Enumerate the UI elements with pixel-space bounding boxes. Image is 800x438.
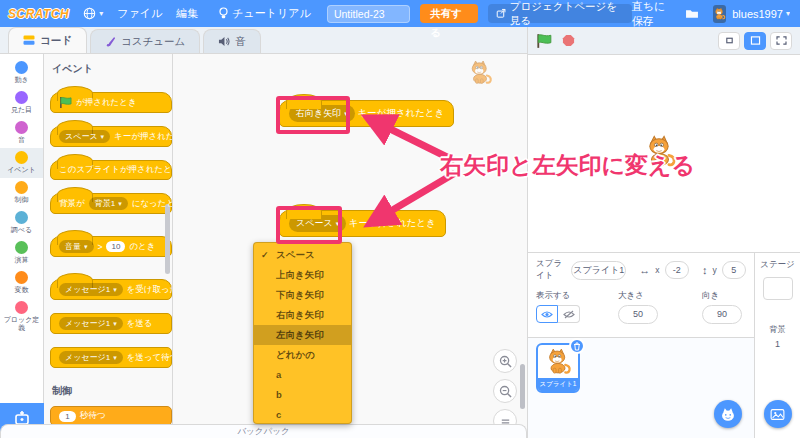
category-operators[interactable]: 演算 [0,238,43,268]
message-dropdown[interactable]: メッセージ1▾ [59,317,123,330]
category-sidebar: 動き 見た目 音 イベント [0,54,44,438]
show-sprite-button[interactable] [536,305,558,323]
sprite-name-input[interactable]: スプライト1 [571,261,626,280]
see-project-page-button[interactable]: プロジェクトページを見る [488,4,632,23]
hide-sprite-button[interactable] [558,305,580,323]
menu-item-any[interactable]: どれかの [254,345,351,365]
add-sprite-button[interactable] [714,400,742,428]
add-backdrop-button[interactable] [764,400,792,428]
menu-item-space[interactable]: ✓スペース [254,245,351,265]
backdrop-thumbnail[interactable] [763,277,793,300]
palette-block-broadcast-wait[interactable]: メッセージ1▾ を送って待つ [50,347,172,368]
palette-block-receive-message[interactable]: メッセージ1▾ を受け取ったとき [50,279,172,300]
loudness-value-input[interactable]: 10 [106,241,125,252]
username: blues1997 [732,8,783,20]
sprite-and-stage-panels: スプライト スプライト1 ↔ x -2 ↕ y 5 表示する [528,253,800,438]
sprite-list: スプライト1 [528,338,754,438]
account-menu[interactable]: blues1997 ▾ [732,8,790,20]
category-sound[interactable]: 音 [0,118,43,148]
edit-menu[interactable]: 編集 [176,6,198,21]
tutorials-menu[interactable]: チュートリアル [218,6,311,21]
message-dropdown[interactable]: メッセージ1▾ [59,351,123,364]
category-motion[interactable]: 動き [0,58,43,88]
caret-down-icon: ▾ [113,354,117,362]
tab-bar: コード コスチューム 音 [0,27,527,54]
lightbulb-icon [218,7,229,20]
x-position-input[interactable]: -2 [665,261,689,279]
backdrop-dropdown[interactable]: 背景1▾ [89,197,128,210]
palette-block-broadcast[interactable]: メッセージ1▾ を送る [50,313,172,334]
large-stage-button[interactable] [744,32,766,50]
sprite-thumbnail-sprite1[interactable]: スプライト1 [536,343,580,393]
script-block-when-right-arrow-pressed[interactable]: 右向き矢印▾ キーが押されたとき [279,100,454,127]
menu-item-a[interactable]: a [254,365,351,385]
tab-code[interactable]: コード [8,27,87,53]
category-sensing[interactable]: 調べる [0,208,43,238]
category-myblocks[interactable]: ブロック定義 [0,298,43,336]
category-events[interactable]: イベント [0,148,43,178]
palette-block-loudness[interactable]: 音量▾ > 10 のとき [50,236,172,257]
globe-icon [83,7,96,20]
direction-input[interactable]: 90 [702,305,742,324]
script-scrollbar[interactable] [520,364,525,409]
external-link-icon [496,8,506,19]
backpack-bar[interactable]: バックパック [0,424,527,438]
folder-icon[interactable] [685,8,699,19]
eye-icon [541,310,553,319]
size-input[interactable]: 50 [618,305,658,324]
zoom-out-button[interactable] [493,379,517,403]
zoom-out-icon [499,385,512,398]
menu-item-up-arrow[interactable]: 上向き矢印 [254,265,351,285]
category-looks[interactable]: 見た目 [0,88,43,118]
save-now-link[interactable]: 直ちに保存 [632,0,672,29]
menu-item-b[interactable]: b [254,385,351,405]
fullscreen-icon [776,36,787,45]
zoom-in-button[interactable] [493,349,517,373]
green-flag-button[interactable] [536,33,552,49]
category-variables[interactable]: 変数 [0,268,43,298]
see-project-page-label: プロジェクトページを見る [510,0,624,28]
cat-sprite[interactable] [643,135,677,169]
project-name-input[interactable]: Untitled-23 [327,5,410,23]
loudness-dropdown[interactable]: 音量▾ [59,240,94,253]
caret-down-icon: ▾ [786,9,790,18]
small-stage-button[interactable] [718,32,740,50]
y-label: y [712,265,716,275]
delete-sprite-button[interactable] [569,338,585,354]
palette-scrollbar[interactable] [165,204,170,274]
key-dropdown[interactable]: スペース▾ [289,215,346,232]
language-selector[interactable]: ▾ [83,7,103,20]
key-dropdown[interactable]: 右向き矢印▾ [289,105,355,122]
sprite-info-panel: スプライト スプライト1 ↔ x -2 ↕ y 5 表示する [528,253,754,338]
y-position-input[interactable]: 5 [722,261,746,279]
avatar[interactable] [713,5,726,23]
palette-block-sprite-clicked[interactable]: このスプライトが押されたとき [50,160,172,180]
sprite-thumbnail-image [544,345,572,378]
stop-button[interactable] [562,34,575,47]
palette-block-backdrop-switch[interactable]: 背景が 背景1▾ になったとき [50,193,172,214]
tab-costumes[interactable]: コスチューム [90,29,200,53]
direction-label: 向き [702,290,742,302]
menu-item-right-arrow[interactable]: 右向き矢印 [254,305,351,325]
palette-block-flag-clicked[interactable]: が押されたとき [50,92,172,113]
palette-block-wait[interactable]: 1 秒待つ [50,406,172,426]
script-block-when-space-pressed[interactable]: スペース▾ キーが押されたとき [279,210,446,237]
script-canvas[interactable]: 右向き矢印▾ キーが押されたとき スペース▾ キーが押されたとき ✓スペース [173,54,527,438]
share-button[interactable]: 共有する [420,4,478,23]
menu-item-left-arrow[interactable]: 左向き矢印 [254,325,351,345]
menu-item-c[interactable]: c [254,405,351,424]
code-blocks-icon [23,35,35,46]
scratch-logo[interactable]: SCRATCH [8,7,69,21]
menu-item-down-arrow[interactable]: 下向き矢印 [254,285,351,305]
scratch-editor: SCRATCH ▾ ファイル 編集 チュートリアル Untitled-23 共有… [0,0,800,438]
file-menu[interactable]: ファイル [117,6,162,21]
key-dropdown[interactable]: スペース▾ [59,130,110,143]
wait-value-input[interactable]: 1 [59,411,76,422]
tutorials-label: チュートリアル [232,6,311,21]
palette-block-key-pressed[interactable]: スペース▾ キーが押されたとき [50,126,172,147]
category-control[interactable]: 制御 [0,178,43,208]
message-dropdown[interactable]: メッセージ1▾ [59,283,123,296]
stage-selector-pane[interactable]: ステージ 背景 1 [754,253,800,438]
tab-sounds[interactable]: 音 [203,29,261,53]
fullscreen-button[interactable] [770,32,792,50]
